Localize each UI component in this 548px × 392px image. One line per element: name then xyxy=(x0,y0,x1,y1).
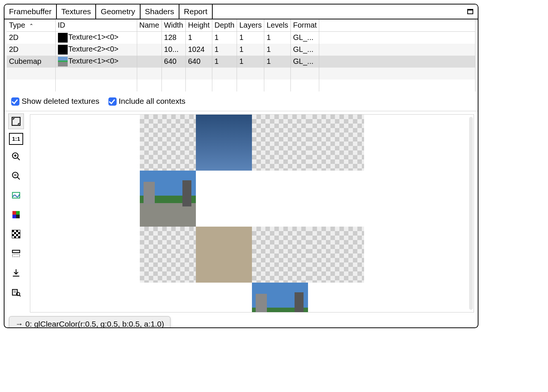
tab-shaders[interactable]: Shaders xyxy=(141,4,179,19)
svg-rect-22 xyxy=(12,250,20,253)
textures-panel: Framebuffer Textures Geometry Shaders Re… xyxy=(4,4,478,328)
tab-textures[interactable]: Textures xyxy=(57,4,96,19)
zoom-in-button[interactable] xyxy=(8,149,24,164)
col-id[interactable]: ID xyxy=(55,19,137,31)
rgb-icon xyxy=(11,210,21,220)
fit-to-window-button[interactable] xyxy=(8,113,24,129)
svg-rect-17 xyxy=(18,232,20,234)
cubemap-face-empty xyxy=(308,227,364,283)
texture-thumb-icon xyxy=(58,33,68,43)
tabbar: Framebuffer Textures Geometry Shaders Re… xyxy=(4,4,478,19)
sort-asc-icon: ⌃ xyxy=(29,23,34,29)
status-tooltip: → 0: glClearColor(r:0.5, g:0.5, b:0.5, a… xyxy=(9,316,170,328)
svg-rect-20 xyxy=(14,236,16,238)
viewer-toolbar: 1:1 xyxy=(4,111,28,312)
checkbox-row: Show deleted textures Include all contex… xyxy=(4,91,478,111)
cubemap-face-empty xyxy=(140,227,196,283)
cubemap-face-posx xyxy=(252,283,308,312)
flip-icon xyxy=(11,249,21,258)
show-deleted-checkbox[interactable]: Show deleted textures xyxy=(11,97,99,106)
color-channels-button[interactable] xyxy=(8,207,24,223)
texture-thumb-icon xyxy=(58,45,68,55)
tab-report[interactable]: Report xyxy=(179,4,213,19)
col-levels[interactable]: Levels xyxy=(264,19,291,31)
col-format[interactable]: Format xyxy=(291,19,319,31)
zoom-out-button[interactable] xyxy=(8,168,24,184)
zoom-in-icon xyxy=(11,152,21,161)
fit-icon xyxy=(11,116,21,126)
svg-line-28 xyxy=(19,295,21,296)
tab-framebuffer[interactable]: Framebuffer xyxy=(4,4,57,19)
texture-table: Type ⌃ ID Name Width Height Depth Layers… xyxy=(7,19,475,91)
svg-rect-21 xyxy=(18,236,20,238)
svg-rect-23 xyxy=(12,254,20,257)
texture-viewer: 1:1 xyxy=(4,111,478,312)
checkbox-checked-icon xyxy=(11,97,19,106)
flip-button[interactable] xyxy=(8,246,24,261)
save-button[interactable] xyxy=(8,265,24,281)
svg-rect-19 xyxy=(16,234,18,236)
actual-size-button[interactable]: 1:1 xyxy=(9,133,23,145)
table-row xyxy=(7,80,475,91)
table-header[interactable]: Type ⌃ ID Name Width Height Depth Layers… xyxy=(7,19,475,31)
col-name[interactable]: Name xyxy=(137,19,161,31)
download-icon xyxy=(11,268,21,278)
inspect-button[interactable] xyxy=(8,284,24,300)
svg-rect-15 xyxy=(16,230,18,232)
svg-rect-12 xyxy=(16,215,20,218)
background-button[interactable] xyxy=(8,226,24,242)
table-row[interactable]: 2D Texture<2><0> 10...1024 111GL_... xyxy=(7,44,475,56)
zoom-out-icon xyxy=(11,171,21,181)
inspect-icon xyxy=(11,287,21,297)
histogram-button[interactable] xyxy=(8,187,24,203)
svg-rect-14 xyxy=(12,230,14,232)
table-row xyxy=(7,68,475,80)
cubemap-face-empty xyxy=(252,115,308,171)
col-width[interactable]: Width xyxy=(161,19,185,31)
cubemap-face-posy xyxy=(196,115,252,171)
cubemap-face-empty xyxy=(252,227,308,283)
checkbox-checked-icon xyxy=(108,97,117,106)
svg-line-6 xyxy=(17,177,20,180)
table-row[interactable]: 2D Texture<1><0> 1281 111GL_... xyxy=(7,31,475,44)
col-layers[interactable]: Layers xyxy=(237,19,264,31)
cubemap-face-empty xyxy=(308,115,364,171)
texture-canvas[interactable] xyxy=(30,114,474,312)
col-type[interactable]: Type ⌃ xyxy=(7,19,55,31)
col-height[interactable]: Height xyxy=(185,19,212,31)
one-to-one-icon: 1:1 xyxy=(12,136,20,142)
include-all-contexts-checkbox[interactable]: Include all contexts xyxy=(108,97,185,106)
cubemap-face-negy xyxy=(196,227,252,283)
maximize-icon xyxy=(467,9,473,14)
texture-thumb-icon xyxy=(58,57,68,66)
table-row[interactable]: Cubemap Texture<1><0> 640640 111GL_... xyxy=(7,56,475,68)
svg-rect-9 xyxy=(12,211,16,215)
tab-geometry[interactable]: Geometry xyxy=(96,4,140,19)
checker-icon xyxy=(11,229,21,239)
svg-rect-16 xyxy=(14,232,16,234)
svg-rect-11 xyxy=(12,215,16,218)
svg-rect-10 xyxy=(16,211,20,215)
histogram-icon xyxy=(11,190,21,200)
maximize-button[interactable] xyxy=(463,4,478,19)
svg-rect-18 xyxy=(12,234,14,236)
cubemap-face-negx xyxy=(140,171,196,227)
svg-line-2 xyxy=(17,158,20,160)
cubemap-face-empty xyxy=(140,115,196,171)
cubemap-unwrap xyxy=(140,115,364,283)
scrollbar[interactable] xyxy=(469,117,473,310)
col-depth[interactable]: Depth xyxy=(212,19,237,31)
